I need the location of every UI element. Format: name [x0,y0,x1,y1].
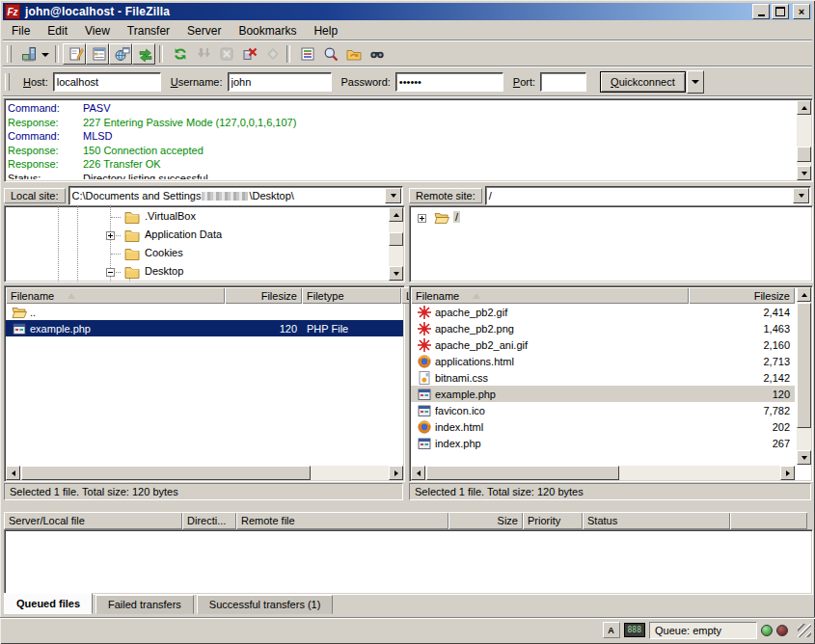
filter-button[interactable] [294,43,317,65]
synchronized-browsing-button[interactable] [340,43,364,65]
file-row[interactable]: .. [6,304,403,320]
queue-column-serverlocalfile[interactable]: Server/Local file [4,512,182,529]
resize-grip[interactable] [798,624,811,637]
transfer-type-icon[interactable]: A [603,622,620,638]
tab-queued-files[interactable]: Queued files [4,593,93,614]
tab-failed-transfers[interactable]: Failed transfers [95,595,194,614]
remote-list-hscrollbar[interactable] [411,466,795,480]
maximize-button[interactable] [772,4,789,19]
port-input[interactable] [540,72,586,92]
local-list-hscrollbar[interactable] [6,466,403,480]
menu-view[interactable]: View [76,23,119,39]
refresh-button[interactable] [167,43,190,65]
toggle-remote-tree-button[interactable] [109,43,132,65]
remote-site-combobox[interactable]: / [485,186,811,205]
queue-column-directi[interactable]: Directi... [182,512,236,529]
scroll-left-button[interactable] [411,466,425,480]
tab-successful-transfers-[interactable]: Successful transfers (1) [197,595,334,614]
close-button[interactable]: × [793,4,810,19]
column-header-filesize[interactable]: Filesize [225,287,302,304]
scrollbar-thumb[interactable] [389,232,403,246]
remote-site-dropdown[interactable] [793,188,809,203]
file-row[interactable]: favicon.ico7,782 [411,402,795,418]
transfer-queue-body[interactable] [4,529,813,595]
file-row[interactable]: index.php267 [411,435,795,451]
log-label: Status: [8,172,83,180]
scrollbar-thumb[interactable] [797,147,811,162]
message-log-scrollbar[interactable] [797,100,811,180]
scroll-down-button[interactable] [389,266,403,281]
file-row[interactable]: bitnami.css2,142 [411,369,795,386]
menu-help[interactable]: Help [305,23,346,39]
toolbar-gripper[interactable] [5,73,10,91]
collapse-icon[interactable] [106,268,115,277]
column-header-filename[interactable]: Filename [6,287,225,304]
queue-column-priority[interactable]: Priority [523,512,583,529]
scroll-down-button[interactable] [797,450,811,465]
tree-item[interactable]: / [410,209,812,228]
scroll-up-button[interactable] [797,287,811,302]
menu-edit[interactable]: Edit [39,23,76,39]
toggle-transfer-queue-button[interactable] [132,43,155,65]
synchronized-browsing-icon [346,46,362,62]
file-row[interactable]: index.html202 [411,418,795,435]
menu-transfer[interactable]: Transfer [119,23,178,39]
scrollbar-thumb[interactable] [797,303,811,428]
tree-item[interactable]: Cookies [5,245,388,263]
quickconnect-button[interactable]: Quickconnect [600,71,686,93]
site-manager-button[interactable] [15,43,39,65]
file-row[interactable]: example.php120PHP File1 [6,320,403,336]
local-tree-scrollbar[interactable] [389,207,403,281]
file-row[interactable]: apache_pb2_ani.gif2,160 [411,336,795,353]
file-row[interactable]: apache_pb2.gif2,414 [411,304,795,320]
toggle-message-log-button[interactable] [63,43,86,65]
scroll-up-button[interactable] [389,207,403,222]
queue-column-size[interactable]: Size [448,512,523,529]
file-row[interactable]: example.php120 [411,386,795,402]
queue-column-remotefile[interactable]: Remote file [236,512,448,529]
remote-list-vscrollbar[interactable] [797,287,811,465]
file-name-cell: favicon.ico [411,403,689,418]
scrollbar-thumb[interactable] [426,466,619,480]
remote-site-row: Remote site: / [409,186,811,204]
host-input[interactable] [53,72,161,92]
scroll-right-button[interactable] [780,466,795,480]
process-queue-button[interactable] [190,43,213,65]
scrollbar-thumb[interactable] [21,466,311,480]
password-input[interactable] [395,72,503,92]
disconnect-button[interactable] [236,43,259,65]
scroll-right-button[interactable] [389,466,403,480]
expand-icon[interactable] [106,231,115,240]
directory-comparison-button[interactable] [317,43,340,65]
site-manager-dropdown-icon[interactable] [41,53,49,61]
local-site-dropdown[interactable] [385,188,401,203]
queue-column-status[interactable]: Status [583,512,730,529]
toolbar-gripper[interactable] [7,45,12,63]
cancel-button[interactable] [213,43,236,65]
scroll-down-button[interactable] [797,166,811,180]
column-header-filename[interactable]: Filename [411,287,689,304]
toggle-local-tree-button[interactable] [86,43,109,65]
menu-bookmarks[interactable]: Bookmarks [230,23,305,39]
local-site-combobox[interactable]: C:\Documents and Settings\Desktop\ [68,186,403,205]
tree-item[interactable]: Desktop [5,263,388,282]
file-row[interactable]: apache_pb2.png1,463 [411,320,795,336]
column-header-filesize[interactable]: Filesize [689,287,795,304]
minimize-button[interactable] [752,4,770,19]
scroll-up-button[interactable] [797,100,811,115]
speed-limits-icon[interactable]: 888 [624,623,645,637]
file-name-cell: index.html [411,419,689,435]
scroll-left-button[interactable] [6,466,20,480]
tree-item[interactable]: .VirtualBox [5,208,388,227]
menu-server[interactable]: Server [178,23,230,39]
tree-item[interactable]: Application Data [5,227,388,245]
file-row[interactable]: applications.html2,713 [411,353,795,369]
menu-file[interactable]: File [3,23,39,39]
expand-icon[interactable] [418,214,426,223]
quickconnect-dropdown[interactable] [687,70,704,94]
column-header-filetype[interactable]: Filetype [302,287,401,304]
titlebar[interactable]: Fz john@localhost - FileZilla × [3,3,812,20]
search-button[interactable] [364,43,387,65]
username-input[interactable] [228,72,332,92]
reconnect-button[interactable] [259,43,283,65]
